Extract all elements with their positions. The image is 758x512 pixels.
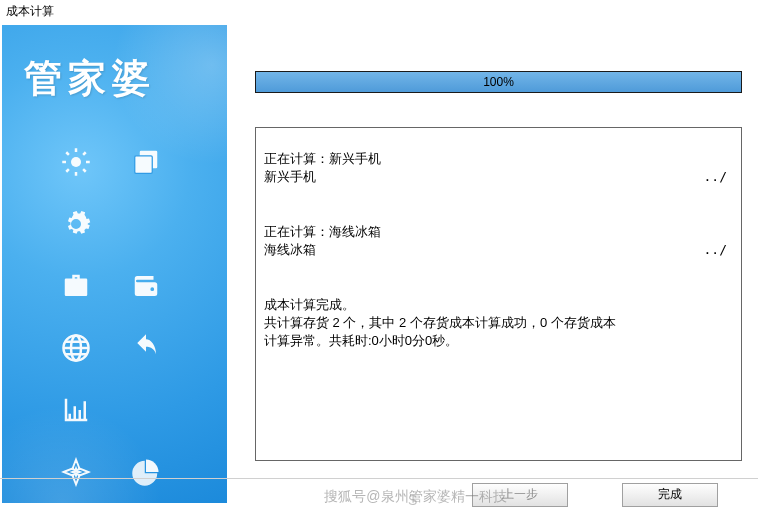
footer: 上一步 完成 (0, 478, 758, 510)
sidebar: 管家婆 (2, 25, 227, 503)
progress-bar: 100% (255, 71, 742, 93)
done-button[interactable]: 完成 (622, 483, 718, 507)
svg-point-0 (71, 157, 81, 167)
sun-icon (61, 147, 91, 180)
svg-line-5 (66, 152, 69, 155)
wallet-icon (126, 271, 166, 304)
app-logo: 管家婆 (2, 25, 227, 104)
prev-button: 上一步 (472, 483, 568, 507)
cards-icon (131, 147, 161, 180)
log-line: 成本计算完成。 (264, 297, 355, 312)
main-area: 管家婆 100% 正在计算：新兴手机 新兴手机../ 正在计算：海线冰箱 海线冰… (2, 25, 756, 503)
content-area: 100% 正在计算：新兴手机 新兴手机../ 正在计算：海线冰箱 海线冰箱../… (227, 25, 756, 503)
log-line: 正在计算：新兴手机 (264, 151, 381, 166)
gear-icon (61, 209, 91, 242)
watermark-logo: S (408, 492, 417, 508)
log-line: 正在计算：海线冰箱 (264, 224, 381, 239)
svg-line-8 (83, 152, 86, 155)
window-title: 成本计算 (0, 0, 758, 23)
log-line: 海线冰箱../ (264, 241, 733, 259)
log-line: 共计算存货 2 个，其中 2 个存货成本计算成功，0 个存货成本 (264, 315, 616, 330)
progress-text: 100% (256, 72, 741, 92)
log-line: 计算异常。共耗时:0小时0分0秒。 (264, 333, 458, 348)
svg-line-6 (83, 169, 86, 172)
briefcase-icon (56, 271, 96, 304)
svg-rect-10 (135, 155, 153, 173)
globe-icon (61, 333, 91, 366)
log-line: 新兴手机../ (264, 168, 733, 186)
undo-icon (131, 333, 161, 366)
svg-line-7 (66, 169, 69, 172)
sidebar-icon-grid (2, 134, 227, 502)
bar-chart-icon (61, 395, 91, 428)
log-output: 正在计算：新兴手机 新兴手机../ 正在计算：海线冰箱 海线冰箱../ 成本计算… (255, 127, 742, 461)
